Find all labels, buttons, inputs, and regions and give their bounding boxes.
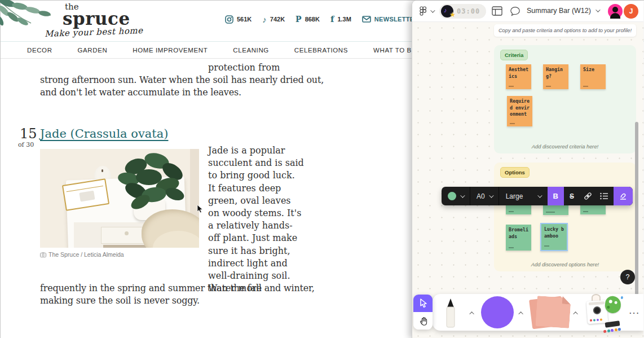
more-tools-button[interactable]: ··· [629,309,640,317]
criteria-hint: Add discovered criteria here! [494,144,636,150]
chat-button[interactable] [510,6,521,16]
facebook-stat[interactable]: f 1.3M [330,14,351,24]
font-size-label: Large [506,192,523,200]
tiktok-stat[interactable]: ♪ 742K [262,15,285,24]
highlighter-icon [619,192,628,201]
timer-widget[interactable]: ♪★ 03:00 [439,4,486,19]
stamps-stickers-tool[interactable] [586,296,621,328]
tiktok-icon: ♪ [262,15,267,24]
intro-line-1: strong afternoon sun. Water when the soi… [40,74,324,85]
strikethrough-button[interactable]: S [564,187,580,205]
collaborator-avatar[interactable] [608,4,623,19]
figjam-topbar: ♪★ 03:00 Summary Bar (W12) J [412,1,643,22]
strikethrough-glyph: S [570,192,574,200]
mark-holder-3 [580,64,606,89]
spruce-logo[interactable]: the spruce [63,3,130,27]
mark-holder-1 [506,64,531,89]
hand-icon [418,316,428,326]
eucalyptus-leaves-decoration [0,0,64,30]
sticky-note-tool[interactable] [527,297,571,328]
mark-holder-6 [541,224,567,249]
mark-holder-5 [506,225,531,251]
figjam-window: Copy and paste criteria and options to a… [412,1,643,338]
canvas-scrollbar[interactable] [635,122,638,295]
help-button[interactable]: ? [620,270,635,284]
font-picker[interactable]: A0 [470,187,499,205]
user-avatar-j[interactable]: J [624,4,638,19]
slide-number: 15 [20,126,37,142]
chevron-down-icon [460,193,465,197]
instruction-banner: Copy and paste criteria and options to a… [494,24,636,37]
link-button[interactable] [580,187,596,205]
nav-decor[interactable]: DECOR [27,47,52,54]
chevron-down-icon [489,193,493,197]
mouse-cursor [197,204,204,213]
jade-plant-photo [40,149,199,248]
social-stats-row: 561K ♪ 742K P 868K f 1.3M [225,14,423,24]
slide-total: of 30 [18,141,34,148]
board-title-dropdown[interactable]: Summary Bar (W12) [527,7,599,15]
chevron-down-icon [537,193,542,197]
nav-home-improvement[interactable]: HOME IMPROVEMENT [133,47,208,54]
nav-celebrations[interactable]: CELEBRATIONS [294,47,348,54]
nav-garden[interactable]: GARDEN [78,47,108,54]
template-icon [492,6,502,16]
chat-bubble-icon [510,6,521,16]
paragraph-fragment: protection from [208,62,280,73]
select-tool[interactable] [413,295,433,312]
instagram-icon [225,15,233,24]
chevron-down-icon [430,8,435,12]
instruction-text: Copy and paste criteria and options to a… [499,28,632,33]
criteria-label: Criteria [500,50,528,60]
jade-heading-link[interactable]: Jade (Crassula ovata) [40,127,168,141]
font-size-dropdown[interactable]: Large [499,187,548,205]
highlighter-button[interactable] [614,187,633,205]
chevron-down-icon [596,7,600,12]
timer-value: 03:00 [457,7,480,15]
bullet-list-icon [600,192,608,200]
cursor-arrow-icon [419,299,427,308]
person-silhouette-icon [612,7,618,12]
nav-cleaning[interactable]: CLEANING [233,47,269,54]
hand-tool[interactable] [413,312,433,330]
options-label: Options [500,167,530,178]
text-format-toolbar: A0 Large B S [442,187,633,205]
pen-options-chevron[interactable] [469,311,474,316]
mark-holder-2 [543,64,568,89]
facebook-icon: f [330,14,334,24]
pinterest-stat[interactable]: P 868K [295,15,320,24]
figma-main-menu[interactable] [420,6,434,16]
screen: the spruce Make your best home 561K ♪ 74… [0,0,644,338]
options-section: Options Bromeliads Lucky bamboo Add disc… [494,163,636,271]
sticky-options-chevron[interactable] [573,311,577,316]
envelope-icon [362,16,371,23]
bottom-toolbar: ··· [433,294,643,331]
shape-options-chevron[interactable] [518,311,523,316]
photo-caption: The Spruce / Leticia Almeida [40,251,124,258]
shape-tool-purple-circle[interactable] [481,296,514,328]
templates-button[interactable] [492,6,502,16]
bold-button[interactable]: B [548,187,564,205]
bullet-list-button[interactable] [596,187,612,205]
figma-logo-icon [420,6,427,16]
instagram-stat[interactable]: 561K [225,15,252,24]
intro-line-2: and don't let water accumulate in the le… [40,87,241,98]
caption-text: The Spruce / Leticia Almeida [48,251,124,258]
body-text-beside-image: Jade is a popular succulent and is said … [208,144,304,295]
text-color-picker[interactable] [442,187,470,205]
primary-tool-column [413,295,433,330]
camera-icon [40,252,46,257]
board-title: Summary Bar (W12) [527,7,591,15]
color-swatch-green [448,192,456,200]
mark-holder-4 [507,96,532,126]
marker-pen-tool[interactable] [443,297,458,328]
timer-music-icon: ♪★ [441,5,453,17]
options-hint: Add discovered options here! [494,262,636,267]
font-label: A0 [477,192,485,200]
article: protection from strong afternoon sun. Wa… [1,59,418,338]
marker-pen-icon [443,297,458,328]
body-text-line-1: frequently in the spring and summer than… [40,283,315,293]
figjam-canvas[interactable]: Copy and paste criteria and options to a… [412,22,643,338]
facebook-count: 1.3M [337,16,351,23]
tiktok-count: 742K [270,16,285,23]
